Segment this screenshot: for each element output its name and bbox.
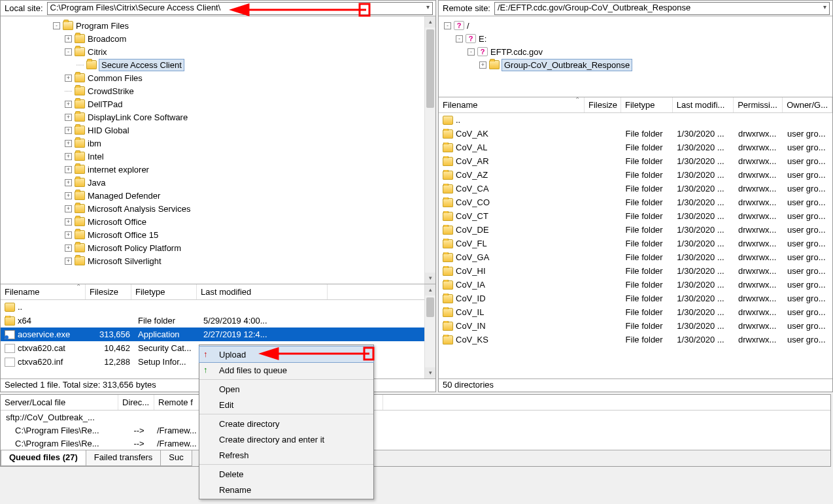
context-menu-item[interactable]: Delete xyxy=(199,466,373,482)
tree-item[interactable]: +Microsoft Office xyxy=(1,215,435,228)
file-name: CoV_AZ xyxy=(456,170,488,180)
list-item[interactable]: CoV_HIFile folder1/30/2020 ...drwxrwx...… xyxy=(439,264,832,278)
expand-toggle[interactable]: + xyxy=(65,244,72,252)
tree-item[interactable]: +HID Global xyxy=(1,124,435,137)
expand-toggle[interactable]: + xyxy=(65,258,72,265)
list-item[interactable]: CoV_AZFile folder1/30/2020 ...drwxrwx...… xyxy=(439,168,832,182)
list-item[interactable]: CoV_COFile folder1/30/2020 ...drwxrwx...… xyxy=(439,195,832,209)
tree-item[interactable]: -/ xyxy=(439,19,832,32)
queue-tab[interactable]: Failed transfers xyxy=(86,450,162,466)
list-item[interactable]: x64File folder5/29/2019 4:00... xyxy=(1,314,435,328)
tree-item[interactable]: +Microsoft Policy Platform xyxy=(1,241,435,254)
expand-toggle[interactable]: - xyxy=(53,22,60,29)
queue-row[interactable]: C:\Program Files\Re...-->/Framew... xyxy=(1,437,830,450)
expand-toggle[interactable]: + xyxy=(65,101,72,108)
expand-toggle[interactable]: + xyxy=(65,35,72,42)
tree-item[interactable]: +Microsoft Silverlight xyxy=(1,254,435,267)
remote-tree[interactable]: -/-E:-EFTP.cdc.gov+Group-CoV_Outbreak_Re… xyxy=(439,16,832,97)
expand-toggle[interactable]: + xyxy=(65,218,72,226)
list-item[interactable]: .. xyxy=(1,300,435,314)
tree-item[interactable]: +ibm xyxy=(1,137,435,150)
column-header[interactable]: Remote f xyxy=(154,395,200,410)
tree-item[interactable]: -Program Files xyxy=(1,19,435,32)
list-item[interactable]: .. xyxy=(439,113,832,127)
column-header[interactable]: Last modified xyxy=(197,284,328,299)
column-header[interactable]: Filename xyxy=(1,284,86,299)
column-header[interactable]: Filetype xyxy=(131,284,197,299)
context-menu-item[interactable]: Open xyxy=(199,381,373,397)
expand-toggle[interactable]: + xyxy=(65,179,72,186)
tree-item[interactable]: +internet explorer xyxy=(1,163,435,176)
tree-item[interactable]: CrowdStrike xyxy=(1,84,435,97)
column-header[interactable]: Permissi... xyxy=(734,97,783,112)
tree-item[interactable]: -E: xyxy=(439,32,832,45)
column-header[interactable]: Filesize xyxy=(585,97,621,112)
expand-toggle[interactable]: + xyxy=(65,166,72,173)
tree-item[interactable]: -Citrix xyxy=(1,45,435,58)
tree-item[interactable]: +Microsoft Analysis Services xyxy=(1,202,435,215)
context-menu-item[interactable]: Rename xyxy=(199,482,373,497)
tree-item[interactable]: Secure Access Client xyxy=(1,58,435,71)
tree-item[interactable]: +Intel xyxy=(1,150,435,163)
expand-toggle[interactable]: + xyxy=(65,153,72,160)
column-header[interactable]: Filetype xyxy=(621,97,673,112)
tree-item[interactable]: +Java xyxy=(1,176,435,189)
list-item[interactable]: CoV_DEFile folder1/30/2020 ...drwxrwx...… xyxy=(439,223,832,237)
column-header[interactable]: Filename xyxy=(439,97,585,112)
tree-item[interactable]: +DellTPad xyxy=(1,97,435,110)
folder-open-icon xyxy=(63,21,73,30)
tree-item[interactable]: +Microsoft Office 15 xyxy=(1,228,435,241)
column-header[interactable]: Direc... xyxy=(118,395,154,410)
expand-toggle[interactable]: - xyxy=(468,48,475,56)
queue-tab[interactable]: Suc xyxy=(160,450,192,466)
list-item[interactable]: CoV_ALFile folder1/30/2020 ...drwxrwx...… xyxy=(439,141,832,154)
expand-toggle[interactable]: - xyxy=(456,35,463,42)
list-item[interactable]: CoV_FLFile folder1/30/2020 ...drwxrwx...… xyxy=(439,237,832,250)
list-item[interactable]: aoservice.exe313,656Application2/27/2019… xyxy=(1,328,435,341)
queue-row[interactable]: sftp://CoV_Outbreak_... xyxy=(1,411,830,424)
context-menu-item[interactable]: Create directory and enter it xyxy=(199,431,373,447)
expand-toggle[interactable]: + xyxy=(65,140,72,147)
list-item[interactable]: CoV_AKFile folder1/30/2020 ...drwxrwx...… xyxy=(439,127,832,141)
expand-toggle[interactable]: + xyxy=(65,205,72,212)
tree-item[interactable]: +Broadcom xyxy=(1,32,435,45)
tree-item[interactable]: +Managed Defender xyxy=(1,189,435,202)
list-item[interactable]: CoV_ARFile folder1/30/2020 ...drwxrwx...… xyxy=(439,154,832,168)
column-header[interactable]: Server/Local file xyxy=(1,395,118,410)
expand-toggle[interactable]: - xyxy=(444,22,451,29)
list-item[interactable]: CoV_CTFile folder1/30/2020 ...drwxrwx...… xyxy=(439,209,832,223)
expand-toggle[interactable]: + xyxy=(65,192,72,199)
tree-item[interactable]: +DisplayLink Core Software xyxy=(1,110,435,124)
expand-toggle[interactable]: + xyxy=(65,127,72,134)
list-item[interactable]: CoV_IAFile folder1/30/2020 ...drwxrwx...… xyxy=(439,278,832,292)
list-item[interactable]: CoV_KSFile folder1/30/2020 ...drwxrwx...… xyxy=(439,333,832,346)
tree-item[interactable]: +Group-CoV_Outbreak_Response xyxy=(439,58,832,71)
expand-toggle[interactable]: + xyxy=(65,231,72,239)
context-menu-item[interactable]: Create directory xyxy=(199,416,373,431)
column-header[interactable]: Owner/G... xyxy=(783,97,832,112)
expand-toggle[interactable]: - xyxy=(65,48,72,56)
list-item[interactable]: CoV_IDFile folder1/30/2020 ...drwxrwx...… xyxy=(439,292,832,305)
queue-row[interactable]: C:\Program Files\Re...-->/Framew... xyxy=(1,424,830,437)
remote-path-input[interactable]: /E:/EFTP.cdc.gov/Group-CoV_Outbreak_Resp… xyxy=(494,2,830,15)
remote-file-list[interactable]: FilenameFilesizeFiletypeLast modifi...Pe… xyxy=(439,97,832,378)
local-list-scrollbar[interactable]: ▴▾ xyxy=(424,284,435,378)
local-tree[interactable]: ▴▾ -Program Files+Broadcom-CitrixSecure … xyxy=(1,16,435,284)
list-item[interactable]: CoV_CAFile folder1/30/2020 ...drwxrwx...… xyxy=(439,182,832,195)
column-header[interactable]: Filesize xyxy=(86,284,131,299)
expand-toggle[interactable]: + xyxy=(479,61,486,69)
context-menu-item[interactable]: Edit xyxy=(199,397,373,412)
list-item[interactable]: CoV_ILFile folder1/30/2020 ...drwxrwx...… xyxy=(439,305,832,319)
folder-icon xyxy=(75,99,85,109)
tree-item[interactable]: -EFTP.cdc.gov xyxy=(439,45,832,58)
expand-toggle[interactable]: + xyxy=(65,114,72,121)
context-menu-item[interactable]: ↑Add files to queue xyxy=(199,362,373,378)
local-tree-scrollbar[interactable]: ▴▾ xyxy=(424,16,435,284)
queue-tab[interactable]: Queued files (27) xyxy=(1,450,86,466)
tree-item[interactable]: +Common Files xyxy=(1,71,435,84)
list-item[interactable]: CoV_INFile folder1/30/2020 ...drwxrwx...… xyxy=(439,319,832,333)
list-item[interactable]: CoV_GAFile folder1/30/2020 ...drwxrwx...… xyxy=(439,250,832,264)
context-menu-item[interactable]: Refresh xyxy=(199,447,373,463)
column-header[interactable]: Last modifi... xyxy=(673,97,734,112)
expand-toggle[interactable]: + xyxy=(65,75,72,82)
